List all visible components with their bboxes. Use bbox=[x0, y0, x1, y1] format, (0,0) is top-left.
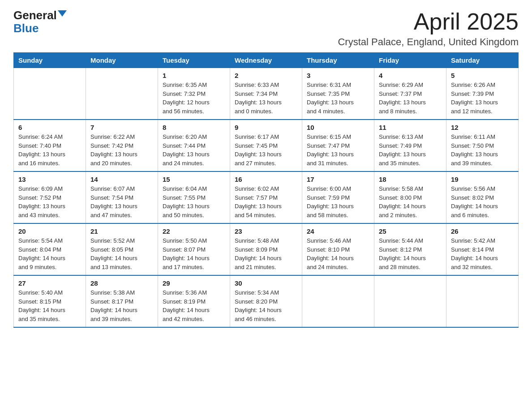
day-info: Sunrise: 6:22 AMSunset: 7:42 PMDaylight:… bbox=[90, 133, 153, 167]
title-block: April 2025 Crystal Palace, England, Unit… bbox=[338, 9, 519, 48]
day-number: 21 bbox=[90, 227, 153, 235]
logo-general: General bbox=[13, 9, 57, 22]
calendar-cell: 30Sunrise: 5:34 AMSunset: 8:20 PMDayligh… bbox=[230, 275, 302, 327]
header-cell-tuesday: Tuesday bbox=[158, 53, 230, 68]
calendar-cell: 10Sunrise: 6:15 AMSunset: 7:47 PMDayligh… bbox=[302, 120, 374, 171]
day-info: Sunrise: 6:33 AMSunset: 7:34 PMDaylight:… bbox=[235, 81, 297, 116]
day-number: 13 bbox=[18, 176, 81, 183]
calendar-cell: 19Sunrise: 5:56 AMSunset: 8:02 PMDayligh… bbox=[446, 171, 519, 223]
calendar-cell: 23Sunrise: 5:48 AMSunset: 8:09 PMDayligh… bbox=[230, 223, 302, 275]
header-cell-friday: Friday bbox=[374, 53, 446, 68]
day-number: 11 bbox=[379, 124, 442, 131]
day-info: Sunrise: 6:20 AMSunset: 7:44 PMDaylight:… bbox=[163, 133, 225, 167]
day-info: Sunrise: 5:50 AMSunset: 8:07 PMDaylight:… bbox=[163, 236, 225, 271]
calendar-table: SundayMondayTuesdayWednesdayThursdayFrid… bbox=[13, 52, 519, 328]
calendar-cell bbox=[446, 275, 519, 327]
calendar-cell: 3Sunrise: 6:31 AMSunset: 7:35 PMDaylight… bbox=[302, 68, 374, 120]
day-info: Sunrise: 6:04 AMSunset: 7:55 PMDaylight:… bbox=[163, 184, 225, 219]
day-number: 28 bbox=[90, 279, 153, 287]
day-info: Sunrise: 6:24 AMSunset: 7:40 PMDaylight:… bbox=[18, 133, 81, 167]
calendar-cell: 28Sunrise: 5:38 AMSunset: 8:17 PMDayligh… bbox=[86, 275, 158, 327]
day-number: 12 bbox=[451, 124, 514, 131]
day-number: 8 bbox=[163, 124, 225, 131]
calendar-cell: 2Sunrise: 6:33 AMSunset: 7:34 PMDaylight… bbox=[230, 68, 302, 120]
day-info: Sunrise: 6:09 AMSunset: 7:52 PMDaylight:… bbox=[18, 184, 81, 219]
day-number: 7 bbox=[90, 124, 153, 131]
day-number: 1 bbox=[163, 72, 225, 79]
day-info: Sunrise: 5:44 AMSunset: 8:12 PMDaylight:… bbox=[379, 236, 442, 271]
day-number: 6 bbox=[18, 124, 81, 131]
calendar-cell: 1Sunrise: 6:35 AMSunset: 7:32 PMDaylight… bbox=[158, 68, 230, 120]
day-number: 26 bbox=[451, 227, 514, 235]
day-info: Sunrise: 6:31 AMSunset: 7:35 PMDaylight:… bbox=[307, 81, 369, 116]
header-cell-sunday: Sunday bbox=[14, 53, 86, 68]
header-cell-monday: Monday bbox=[86, 53, 158, 68]
day-info: Sunrise: 5:46 AMSunset: 8:10 PMDaylight:… bbox=[307, 236, 369, 271]
calendar-cell: 17Sunrise: 6:00 AMSunset: 7:59 PMDayligh… bbox=[302, 171, 374, 223]
day-info: Sunrise: 6:15 AMSunset: 7:47 PMDaylight:… bbox=[307, 133, 369, 167]
calendar-week-3: 13Sunrise: 6:09 AMSunset: 7:52 PMDayligh… bbox=[14, 171, 519, 223]
day-number: 9 bbox=[235, 124, 297, 131]
calendar-cell: 9Sunrise: 6:17 AMSunset: 7:45 PMDaylight… bbox=[230, 120, 302, 171]
day-number: 27 bbox=[18, 279, 81, 287]
calendar-cell: 14Sunrise: 6:07 AMSunset: 7:54 PMDayligh… bbox=[86, 171, 158, 223]
day-info: Sunrise: 6:35 AMSunset: 7:32 PMDaylight:… bbox=[163, 81, 225, 116]
day-number: 22 bbox=[163, 227, 225, 235]
calendar-cell: 27Sunrise: 5:40 AMSunset: 8:15 PMDayligh… bbox=[14, 275, 86, 327]
day-info: Sunrise: 6:13 AMSunset: 7:49 PMDaylight:… bbox=[379, 133, 442, 167]
day-number: 24 bbox=[307, 227, 369, 235]
calendar-cell: 13Sunrise: 6:09 AMSunset: 7:52 PMDayligh… bbox=[14, 171, 86, 223]
calendar-cell: 7Sunrise: 6:22 AMSunset: 7:42 PMDaylight… bbox=[86, 120, 158, 171]
day-info: Sunrise: 5:58 AMSunset: 8:00 PMDaylight:… bbox=[379, 184, 442, 219]
calendar-cell: 18Sunrise: 5:58 AMSunset: 8:00 PMDayligh… bbox=[374, 171, 446, 223]
day-info: Sunrise: 6:17 AMSunset: 7:45 PMDaylight:… bbox=[235, 133, 297, 167]
calendar-cell: 15Sunrise: 6:04 AMSunset: 7:55 PMDayligh… bbox=[158, 171, 230, 223]
day-info: Sunrise: 6:02 AMSunset: 7:57 PMDaylight:… bbox=[235, 184, 297, 219]
calendar-body: 1Sunrise: 6:35 AMSunset: 7:32 PMDaylight… bbox=[14, 68, 519, 328]
logo-blue: Blue bbox=[13, 22, 39, 35]
calendar-week-5: 27Sunrise: 5:40 AMSunset: 8:15 PMDayligh… bbox=[14, 275, 519, 327]
calendar-cell: 29Sunrise: 5:36 AMSunset: 8:19 PMDayligh… bbox=[158, 275, 230, 327]
calendar-header: SundayMondayTuesdayWednesdayThursdayFrid… bbox=[14, 53, 519, 68]
calendar-cell: 20Sunrise: 5:54 AMSunset: 8:04 PMDayligh… bbox=[14, 223, 86, 275]
header-row: SundayMondayTuesdayWednesdayThursdayFrid… bbox=[14, 53, 519, 68]
calendar-cell: 11Sunrise: 6:13 AMSunset: 7:49 PMDayligh… bbox=[374, 120, 446, 171]
calendar-cell bbox=[374, 275, 446, 327]
calendar-cell: 4Sunrise: 6:29 AMSunset: 7:37 PMDaylight… bbox=[374, 68, 446, 120]
day-info: Sunrise: 5:34 AMSunset: 8:20 PMDaylight:… bbox=[235, 288, 297, 323]
day-number: 4 bbox=[379, 72, 442, 79]
day-info: Sunrise: 6:11 AMSunset: 7:50 PMDaylight:… bbox=[451, 133, 514, 167]
calendar-week-4: 20Sunrise: 5:54 AMSunset: 8:04 PMDayligh… bbox=[14, 223, 519, 275]
page-header: General Blue April 2025 Crystal Palace, … bbox=[13, 9, 519, 48]
day-info: Sunrise: 5:54 AMSunset: 8:04 PMDaylight:… bbox=[18, 236, 81, 271]
calendar-cell bbox=[14, 68, 86, 120]
day-number: 30 bbox=[235, 279, 297, 287]
day-number: 20 bbox=[18, 227, 81, 235]
day-number: 18 bbox=[379, 176, 442, 183]
day-info: Sunrise: 6:26 AMSunset: 7:39 PMDaylight:… bbox=[451, 81, 514, 116]
day-number: 3 bbox=[307, 72, 369, 79]
calendar-cell bbox=[86, 68, 158, 120]
day-number: 29 bbox=[163, 279, 225, 287]
calendar-subtitle: Crystal Palace, England, United Kingdom bbox=[338, 36, 519, 48]
calendar-cell: 24Sunrise: 5:46 AMSunset: 8:10 PMDayligh… bbox=[302, 223, 374, 275]
header-cell-saturday: Saturday bbox=[446, 53, 519, 68]
day-info: Sunrise: 6:00 AMSunset: 7:59 PMDaylight:… bbox=[307, 184, 369, 219]
logo-arrow-icon bbox=[58, 10, 67, 17]
day-number: 5 bbox=[451, 72, 514, 79]
day-info: Sunrise: 6:07 AMSunset: 7:54 PMDaylight:… bbox=[90, 184, 153, 219]
calendar-cell: 22Sunrise: 5:50 AMSunset: 8:07 PMDayligh… bbox=[158, 223, 230, 275]
header-cell-thursday: Thursday bbox=[302, 53, 374, 68]
day-number: 17 bbox=[307, 176, 369, 183]
day-info: Sunrise: 6:29 AMSunset: 7:37 PMDaylight:… bbox=[379, 81, 442, 116]
day-info: Sunrise: 5:42 AMSunset: 8:14 PMDaylight:… bbox=[451, 236, 514, 271]
header-cell-wednesday: Wednesday bbox=[230, 53, 302, 68]
day-info: Sunrise: 5:56 AMSunset: 8:02 PMDaylight:… bbox=[451, 184, 514, 219]
day-number: 23 bbox=[235, 227, 297, 235]
day-info: Sunrise: 5:36 AMSunset: 8:19 PMDaylight:… bbox=[163, 288, 225, 323]
calendar-cell: 6Sunrise: 6:24 AMSunset: 7:40 PMDaylight… bbox=[14, 120, 86, 171]
calendar-cell: 21Sunrise: 5:52 AMSunset: 8:05 PMDayligh… bbox=[86, 223, 158, 275]
calendar-cell: 25Sunrise: 5:44 AMSunset: 8:12 PMDayligh… bbox=[374, 223, 446, 275]
calendar-title: April 2025 bbox=[338, 9, 519, 34]
calendar-cell: 26Sunrise: 5:42 AMSunset: 8:14 PMDayligh… bbox=[446, 223, 519, 275]
